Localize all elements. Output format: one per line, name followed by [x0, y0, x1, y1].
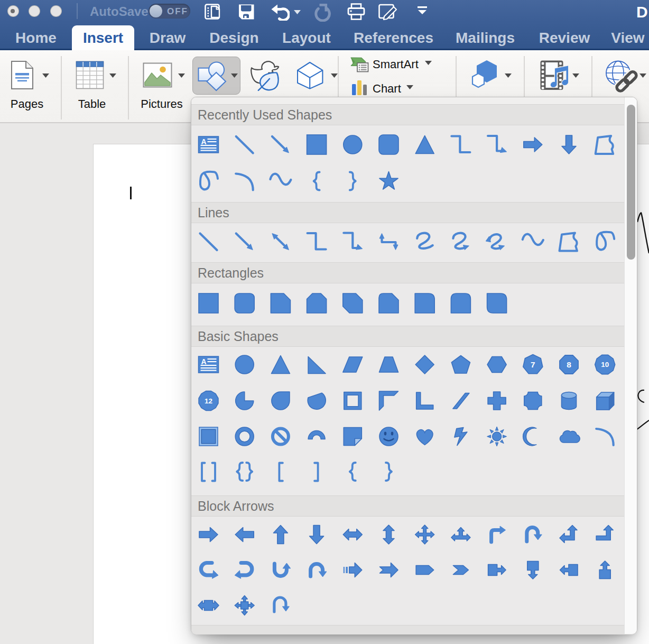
- svg-text:12: 12: [205, 397, 212, 405]
- svg-text:10: 10: [601, 361, 609, 369]
- svg-text:A: A: [201, 137, 207, 146]
- svg-text:7: 7: [531, 360, 535, 369]
- svg-text:8: 8: [567, 360, 571, 369]
- svg-text:A: A: [201, 357, 207, 366]
